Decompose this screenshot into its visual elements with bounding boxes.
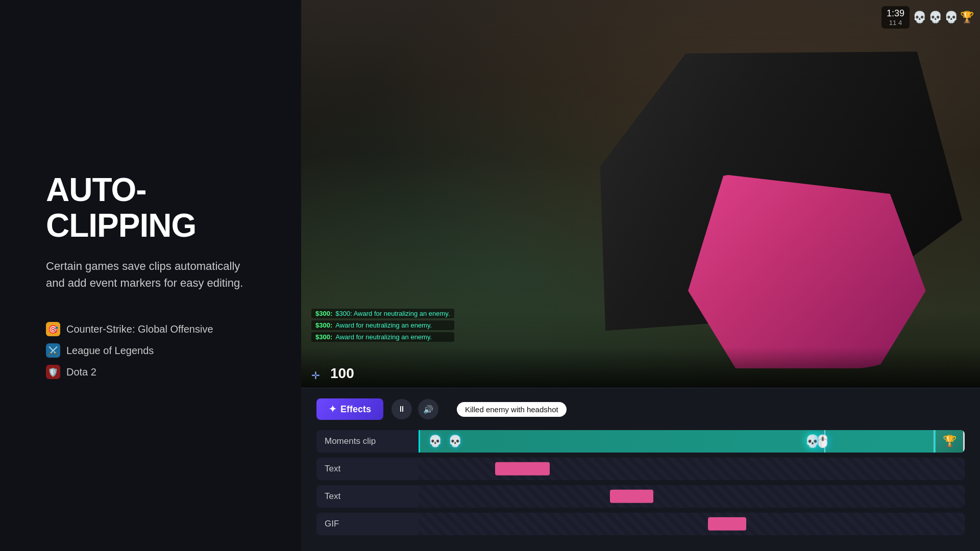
kill-feed-item: $300: Award for neutralizing an enemy. xyxy=(311,332,454,342)
video-area: $300: $300: Award for neutralizing an en… xyxy=(301,0,980,388)
score-time: 1:39 11 4 xyxy=(881,6,910,29)
page-subtitle: Certain games save clips automatically a… xyxy=(46,258,250,291)
right-panel: $300: $300: Award for neutralizing an en… xyxy=(301,0,980,551)
editor-controls: ✦ Effects ⏸ 🔊 Killed enemy with headshot xyxy=(316,398,965,420)
page-layout: AUTO-CLIPPING Certain games save clips a… xyxy=(0,0,980,551)
dota2-label: Dota 2 xyxy=(66,366,96,378)
left-panel: AUTO-CLIPPING Certain games save clips a… xyxy=(0,0,301,551)
track-label-text1: Text xyxy=(316,458,419,480)
trophy-scoreboard: 🏆 xyxy=(960,11,974,24)
kill-feed-item: $300: Award for neutralizing an enemy. xyxy=(311,320,454,330)
skull-scoreboard-1: 💀 xyxy=(913,11,926,24)
track-label-text2: Text xyxy=(316,485,419,508)
track-timeline-text2[interactable] xyxy=(419,485,965,508)
timeline-row-gif: GIF xyxy=(316,513,965,535)
skull-scoreboard-3: 💀 xyxy=(944,11,958,24)
pink-clip-1[interactable] xyxy=(495,462,550,475)
event-label: Killed enemy with headshot xyxy=(457,402,567,417)
scoreboard: 1:39 11 4 💀 💀 💀 🏆 xyxy=(881,6,974,29)
track-label-moments: Moments clip xyxy=(316,430,419,453)
trophy-block: 🏆 xyxy=(935,430,963,453)
track-label-gif: GIF xyxy=(316,513,419,535)
editor-panel: ✦ Effects ⏸ 🔊 Killed enemy with headshot… xyxy=(301,388,980,551)
game-item-lol[interactable]: ⚔️ League of Legends xyxy=(46,343,271,358)
timeline-container: Moments clip 💀 💀 🖱️ 💀 xyxy=(316,430,965,535)
volume-button[interactable]: 🔊 xyxy=(418,399,438,419)
health-value: 100 xyxy=(330,365,354,382)
moments-track: 💀 💀 🖱️ 💀 🏆 xyxy=(419,430,965,453)
game-item-dota2[interactable]: 🛡️ Dota 2 xyxy=(46,365,271,379)
skull-scoreboard-2: 💀 xyxy=(928,11,942,24)
timeline-row-text2: Text xyxy=(316,485,965,508)
skull-track-1: 💀 xyxy=(428,435,442,448)
hud-bottom: ✛ 100 xyxy=(301,347,980,388)
health-icon: ✛ xyxy=(311,369,320,382)
lol-icon: ⚔️ xyxy=(46,343,60,358)
cursor-icon: 🖱️ xyxy=(815,434,830,448)
pink-clip-2[interactable] xyxy=(610,490,654,503)
effects-button[interactable]: ✦ Effects xyxy=(316,398,383,420)
game-list: 🎯 Counter-Strike: Global Offensive ⚔️ Le… xyxy=(46,322,271,379)
game-item-csgo[interactable]: 🎯 Counter-Strike: Global Offensive xyxy=(46,322,271,336)
skull-track-2: 💀 xyxy=(448,435,462,448)
pause-button[interactable]: ⏸ xyxy=(391,399,412,419)
csgo-label: Counter-Strike: Global Offensive xyxy=(66,323,213,335)
csgo-icon: 🎯 xyxy=(46,322,60,336)
timeline-row-text1: Text xyxy=(316,458,965,480)
page-title: AUTO-CLIPPING xyxy=(46,172,271,244)
track-timeline-text1[interactable] xyxy=(419,458,965,480)
track-timeline-moments[interactable]: 💀 💀 🖱️ 💀 🏆 xyxy=(419,430,965,453)
game-scene: $300: $300: Award for neutralizing an en… xyxy=(301,0,980,388)
track-timeline-gif[interactable] xyxy=(419,513,965,535)
kill-feed: $300: $300: Award for neutralizing an en… xyxy=(311,309,454,342)
dota2-icon: 🛡️ xyxy=(46,365,60,379)
playback-controls: ⏸ 🔊 xyxy=(391,399,438,419)
timeline-row-moments: Moments clip 💀 💀 🖱️ 💀 xyxy=(316,430,965,453)
lol-label: League of Legends xyxy=(66,345,154,357)
wand-icon: ✦ xyxy=(329,404,336,415)
kill-feed-item: $300: $300: Award for neutralizing an en… xyxy=(311,309,454,318)
trophy-icon: 🏆 xyxy=(943,435,957,448)
pink-clip-3[interactable] xyxy=(708,517,746,531)
scoreboard-icons: 💀 💀 💀 🏆 xyxy=(913,11,974,24)
gun-pink-glove xyxy=(688,174,926,368)
